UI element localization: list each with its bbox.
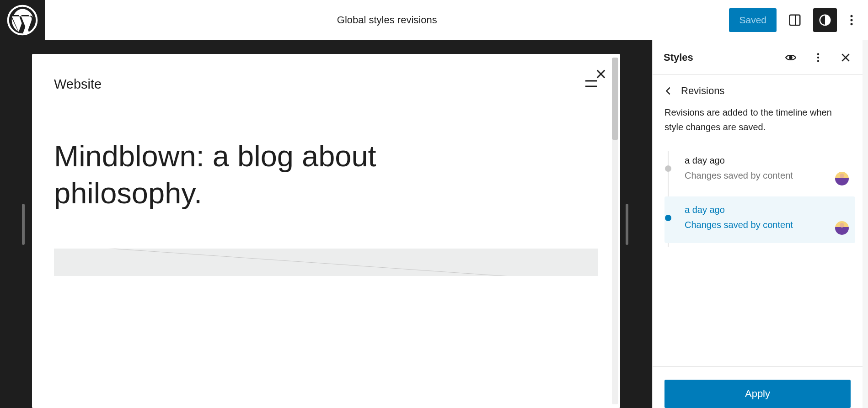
svg-point-14	[817, 60, 819, 62]
styles-button[interactable]	[813, 8, 837, 32]
page-title: Global styles revisions	[337, 14, 437, 26]
image-placeholder[interactable]	[54, 249, 598, 276]
sidebar-header-actions	[785, 52, 852, 64]
resize-handle-left[interactable]	[22, 204, 25, 245]
revision-author: Changes saved by content	[685, 170, 835, 181]
more-options-button[interactable]	[843, 8, 860, 32]
revision-text: a day ago Changes saved by content	[685, 155, 835, 181]
revisions-timeline: a day ago Changes saved by content a day…	[653, 147, 863, 250]
preview-scrollbar-thumb[interactable]	[612, 58, 618, 140]
timeline-dot	[665, 215, 671, 221]
chevron-left-icon	[664, 86, 674, 96]
svg-point-5	[851, 19, 853, 21]
sidebar-more-button[interactable]	[812, 52, 824, 64]
resize-handle-right[interactable]	[626, 204, 628, 245]
revisions-heading: Revisions	[681, 85, 724, 97]
revisions-description: Revisions are added to the timeline when…	[653, 103, 863, 147]
apply-button[interactable]: Apply	[664, 380, 851, 408]
view-toggle-button[interactable]	[783, 8, 807, 32]
revision-time: a day ago	[685, 205, 835, 215]
header-title-wrap: Global styles revisions	[45, 14, 729, 26]
workspace: Website Mindblown: a blog about philosop…	[0, 40, 868, 408]
page-scrollbar[interactable]	[863, 40, 868, 408]
svg-point-13	[817, 56, 819, 58]
eye-icon	[785, 52, 797, 64]
revision-item[interactable]: a day ago Changes saved by content	[664, 196, 855, 243]
kebab-icon	[845, 13, 858, 27]
preview-close-button[interactable]	[595, 68, 607, 82]
contrast-icon	[818, 13, 832, 27]
svg-point-6	[851, 23, 853, 25]
timeline-dot	[665, 165, 671, 172]
revision-text: a day ago Changes saved by content	[685, 205, 835, 230]
top-header: Global styles revisions Saved	[0, 0, 868, 40]
svg-point-4	[851, 15, 853, 17]
header-actions: Saved	[729, 8, 868, 32]
sidebar-title: Styles	[664, 52, 693, 64]
hero-heading[interactable]: Mindblown: a blog about philosophy.	[32, 96, 444, 230]
revision-time: a day ago	[685, 155, 835, 166]
preview-frame: Website Mindblown: a blog about philosop…	[32, 54, 620, 408]
back-button[interactable]	[664, 86, 674, 96]
stylebook-button[interactable]	[785, 52, 797, 64]
revision-author: Changes saved by content	[685, 220, 835, 230]
wordpress-logo[interactable]	[0, 0, 45, 40]
svg-point-11	[789, 56, 793, 59]
sidebar-close-button[interactable]	[840, 52, 852, 64]
kebab-icon	[812, 52, 824, 64]
close-icon	[595, 68, 607, 80]
sidebar-footer: Apply	[653, 366, 863, 408]
editor-canvas: Website Mindblown: a blog about philosop…	[0, 40, 652, 408]
avatar	[835, 221, 849, 235]
site-title[interactable]: Website	[54, 77, 102, 92]
revision-item[interactable]: a day ago Changes saved by content	[664, 147, 855, 194]
svg-point-12	[817, 53, 819, 55]
close-icon	[840, 52, 852, 64]
sidebar-body: Revisions Revisions are added to the tim…	[653, 75, 863, 366]
sidebar-icon	[788, 13, 802, 27]
revisions-header: Revisions	[653, 75, 863, 103]
saved-button[interactable]: Saved	[729, 8, 777, 32]
avatar	[835, 172, 849, 185]
sidebar-header: Styles	[653, 40, 863, 75]
wordpress-icon	[7, 5, 38, 36]
styles-sidebar: Styles Revisions Revisions are	[652, 40, 863, 408]
site-header: Website	[32, 54, 620, 96]
